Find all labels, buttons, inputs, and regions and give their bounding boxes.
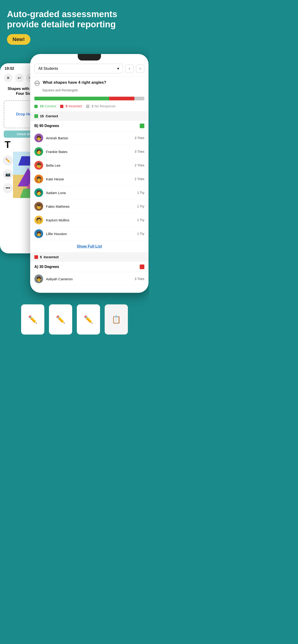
student-name: Aadam Luna	[46, 191, 137, 195]
correct-header-label: Correct	[46, 114, 58, 118]
show-full-list-button[interactable]: Show Full List	[30, 241, 149, 252]
phones-container: 19:02 ✕ ↩ ↪ Shapes with Exactly Four Sid…	[0, 54, 149, 300]
correct-answer-color-box	[140, 124, 144, 128]
svg-point-3	[38, 83, 39, 84]
student-row: 👧 Kate Hesse 2 Tries	[30, 172, 149, 186]
close-button[interactable]: ✕	[4, 74, 13, 82]
student-tries: 3 Tries	[135, 277, 144, 281]
chevron-down-icon: ▾	[117, 66, 119, 71]
bottom-spacer	[30, 286, 149, 293]
avatar: 👧	[34, 134, 43, 142]
student-row: 👦 Bella Lee 2 Tries	[30, 158, 149, 172]
avatar: 👦	[34, 161, 43, 170]
avatar: 👧	[34, 174, 43, 183]
incorrect-label: Incorrect	[69, 104, 82, 108]
student-name: Frankie Bates	[46, 150, 135, 154]
student-name: Fabio Mathews	[46, 204, 137, 208]
incorrect-progress	[109, 97, 134, 100]
incorrect-stat: 5 Incorrect	[60, 104, 82, 108]
student-name: Kate Hesse	[46, 177, 135, 181]
side-tools: ✏️ 📷 •••	[0, 152, 13, 197]
more-tool[interactable]: •••	[3, 183, 13, 193]
incorrect-section-header: 5 Incorrect	[30, 252, 149, 262]
incorrect-section-dot	[34, 255, 38, 259]
students-dropdown[interactable]: All Students ▾	[34, 64, 123, 73]
avatar: 🧑	[34, 147, 43, 156]
svg-point-2	[37, 83, 38, 84]
student-row: 🧑 Kaylum Mullins 1 Try	[30, 213, 149, 227]
avatar: 👧	[34, 229, 43, 238]
pencil-tool[interactable]: ✏️	[3, 155, 13, 166]
student-row: 👧 Lillie Houston 1 Try	[30, 227, 149, 241]
dropdown-selected: All Students	[38, 66, 58, 71]
student-name: Amirah Barton	[46, 136, 135, 140]
incorrect-dot	[60, 105, 63, 108]
next-button[interactable]: ›	[136, 64, 144, 73]
student-row: 👧 Amirah Barton 3 Tries	[30, 131, 149, 145]
correct-answer-label: B) 90 Degrees	[34, 124, 59, 128]
tablet-icon: 📋	[112, 315, 121, 324]
noresponse-count: 2	[91, 104, 93, 108]
student-tries: 1 Try	[137, 204, 144, 208]
question-answer: Squares and Rectangels	[34, 88, 144, 92]
student-tries: 1 Try	[137, 218, 144, 222]
incorrect-header-label: Incorrect	[44, 255, 59, 259]
pencil-icon: ✏️	[56, 315, 65, 324]
correct-label: Correct	[45, 104, 56, 108]
svg-point-1	[36, 83, 37, 84]
question-section: What shapes have 4 right angles? Squares…	[30, 77, 149, 94]
hero-title: Auto-graded assessments provide detailed…	[7, 9, 142, 30]
correct-answer-row: B) 90 Degrees	[30, 121, 149, 131]
mini-phone-4: 📋	[105, 304, 128, 334]
student-name: Aaliyah Cameron	[46, 277, 135, 281]
student-row: 🧑 Frankie Bates 3 Tries	[30, 145, 149, 158]
incorrect-answer-label: A) 30 Degrees	[34, 265, 59, 269]
incorrect-count: 5	[66, 104, 67, 108]
progress-bar	[34, 97, 144, 100]
student-tries: 3 Tries	[135, 150, 144, 154]
avatar: 🧑	[34, 216, 43, 224]
incorrect-students-list: 👧 Aaliyah Cameron 3 Tries	[30, 272, 149, 286]
stats-row: 15 Correct 5 Incorrect 2 No Response	[30, 103, 149, 111]
correct-progress	[34, 97, 109, 100]
correct-section-header: 15 Correct	[30, 111, 149, 121]
student-tries: 1 Try	[137, 191, 144, 194]
new-badge: New!	[7, 34, 31, 45]
student-name: Kaylum Mullins	[46, 218, 137, 222]
question-type-icon	[34, 80, 40, 88]
correct-dot	[34, 105, 38, 108]
noresponse-label: No Response	[95, 104, 116, 108]
pencil-icon: ✏️	[28, 315, 37, 324]
correct-header-count: 15	[40, 114, 44, 118]
student-tries: 1 Try	[137, 232, 144, 236]
avatar: 👧	[34, 274, 43, 283]
correct-stat: 15 Correct	[34, 104, 56, 108]
student-tries: 3 Tries	[135, 136, 144, 140]
undo-button[interactable]: ↩	[15, 74, 24, 82]
avatar: 🧑	[34, 188, 43, 197]
pencil-icon: ✏️	[84, 315, 93, 324]
incorrect-answer-row: A) 30 Degrees	[30, 262, 149, 272]
avatar: 👦	[34, 202, 43, 211]
correct-section-dot	[34, 114, 38, 118]
camera-tool[interactable]: 📷	[3, 169, 13, 180]
mini-phone-3: ✏️	[77, 304, 100, 334]
bottom-strip: ✏️ ✏️ ✏️ 📋	[0, 300, 149, 339]
correct-students-list: 👧 Amirah Barton 3 Tries 🧑 Frankie Bates …	[30, 131, 149, 241]
student-row: 👧 Aaliyah Cameron 3 Tries	[30, 272, 149, 286]
student-name: Lillie Houston	[46, 232, 137, 236]
incorrect-answer-color-box	[140, 264, 144, 269]
student-row: 🧑 Aadam Luna 1 Try	[30, 186, 149, 200]
mini-phone-1: ✏️	[21, 304, 44, 334]
noresponse-stat: 2 No Response	[86, 104, 116, 108]
student-tries: 2 Tries	[135, 164, 144, 167]
hero-section: Auto-graded assessments provide detailed…	[0, 0, 149, 54]
student-name: Bella Lee	[46, 164, 135, 168]
student-tries: 2 Tries	[135, 177, 144, 181]
student-row: 👦 Fabio Mathews 1 Try	[30, 200, 149, 213]
question-text: What shapes have 4 right angles?	[43, 80, 106, 85]
prev-button[interactable]: ‹	[125, 64, 134, 73]
noresponse-dot	[86, 105, 89, 108]
correct-count: 15	[40, 104, 44, 108]
question-row: What shapes have 4 right angles?	[34, 80, 144, 88]
